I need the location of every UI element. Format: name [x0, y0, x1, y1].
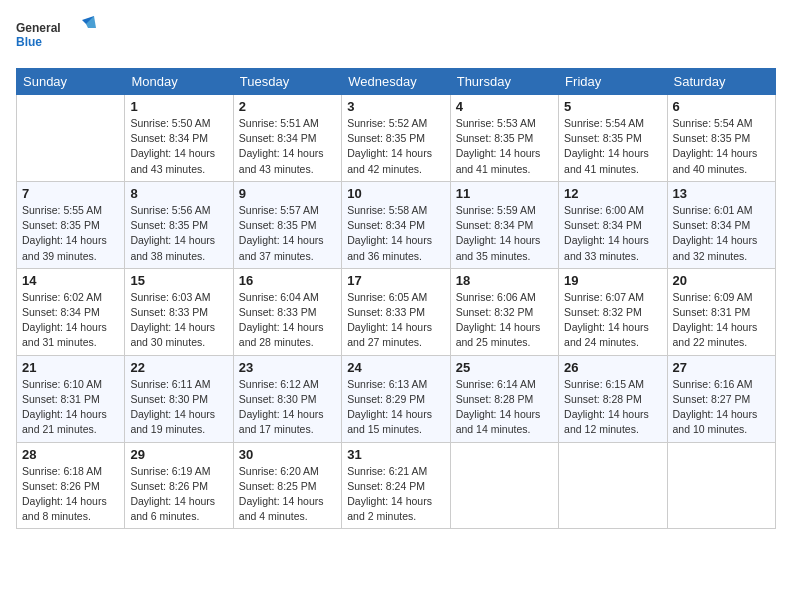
calendar-week-3: 14Sunrise: 6:02 AM Sunset: 8:34 PM Dayli… — [17, 268, 776, 355]
day-info: Sunrise: 5:58 AM Sunset: 8:34 PM Dayligh… — [347, 203, 444, 264]
calendar-cell: 20Sunrise: 6:09 AM Sunset: 8:31 PM Dayli… — [667, 268, 775, 355]
page-header: General Blue — [16, 16, 776, 56]
day-info: Sunrise: 5:55 AM Sunset: 8:35 PM Dayligh… — [22, 203, 119, 264]
day-number: 9 — [239, 186, 336, 201]
calendar-cell: 19Sunrise: 6:07 AM Sunset: 8:32 PM Dayli… — [559, 268, 667, 355]
logo-icon: General Blue — [16, 16, 96, 56]
day-number: 8 — [130, 186, 227, 201]
day-info: Sunrise: 5:54 AM Sunset: 8:35 PM Dayligh… — [673, 116, 770, 177]
day-number: 26 — [564, 360, 661, 375]
day-number: 31 — [347, 447, 444, 462]
calendar-week-2: 7Sunrise: 5:55 AM Sunset: 8:35 PM Daylig… — [17, 181, 776, 268]
calendar-cell: 31Sunrise: 6:21 AM Sunset: 8:24 PM Dayli… — [342, 442, 450, 529]
calendar-cell: 9Sunrise: 5:57 AM Sunset: 8:35 PM Daylig… — [233, 181, 341, 268]
calendar-cell: 12Sunrise: 6:00 AM Sunset: 8:34 PM Dayli… — [559, 181, 667, 268]
day-number: 13 — [673, 186, 770, 201]
day-info: Sunrise: 6:10 AM Sunset: 8:31 PM Dayligh… — [22, 377, 119, 438]
calendar-week-5: 28Sunrise: 6:18 AM Sunset: 8:26 PM Dayli… — [17, 442, 776, 529]
calendar-cell — [667, 442, 775, 529]
weekday-header-wednesday: Wednesday — [342, 69, 450, 95]
calendar-cell: 18Sunrise: 6:06 AM Sunset: 8:32 PM Dayli… — [450, 268, 558, 355]
day-number: 3 — [347, 99, 444, 114]
calendar-week-4: 21Sunrise: 6:10 AM Sunset: 8:31 PM Dayli… — [17, 355, 776, 442]
calendar-cell: 17Sunrise: 6:05 AM Sunset: 8:33 PM Dayli… — [342, 268, 450, 355]
day-number: 5 — [564, 99, 661, 114]
calendar-cell: 8Sunrise: 5:56 AM Sunset: 8:35 PM Daylig… — [125, 181, 233, 268]
calendar-cell: 25Sunrise: 6:14 AM Sunset: 8:28 PM Dayli… — [450, 355, 558, 442]
calendar-cell: 14Sunrise: 6:02 AM Sunset: 8:34 PM Dayli… — [17, 268, 125, 355]
logo: General Blue — [16, 16, 96, 56]
day-info: Sunrise: 6:19 AM Sunset: 8:26 PM Dayligh… — [130, 464, 227, 525]
day-number: 14 — [22, 273, 119, 288]
day-info: Sunrise: 6:20 AM Sunset: 8:25 PM Dayligh… — [239, 464, 336, 525]
calendar-cell: 30Sunrise: 6:20 AM Sunset: 8:25 PM Dayli… — [233, 442, 341, 529]
day-info: Sunrise: 6:07 AM Sunset: 8:32 PM Dayligh… — [564, 290, 661, 351]
day-info: Sunrise: 6:05 AM Sunset: 8:33 PM Dayligh… — [347, 290, 444, 351]
day-info: Sunrise: 5:54 AM Sunset: 8:35 PM Dayligh… — [564, 116, 661, 177]
day-info: Sunrise: 5:50 AM Sunset: 8:34 PM Dayligh… — [130, 116, 227, 177]
day-number: 22 — [130, 360, 227, 375]
day-info: Sunrise: 6:03 AM Sunset: 8:33 PM Dayligh… — [130, 290, 227, 351]
calendar-cell: 16Sunrise: 6:04 AM Sunset: 8:33 PM Dayli… — [233, 268, 341, 355]
day-number: 23 — [239, 360, 336, 375]
day-number: 20 — [673, 273, 770, 288]
day-info: Sunrise: 6:01 AM Sunset: 8:34 PM Dayligh… — [673, 203, 770, 264]
day-info: Sunrise: 6:09 AM Sunset: 8:31 PM Dayligh… — [673, 290, 770, 351]
calendar-cell: 2Sunrise: 5:51 AM Sunset: 8:34 PM Daylig… — [233, 95, 341, 182]
day-number: 17 — [347, 273, 444, 288]
day-number: 28 — [22, 447, 119, 462]
calendar-cell: 3Sunrise: 5:52 AM Sunset: 8:35 PM Daylig… — [342, 95, 450, 182]
day-number: 10 — [347, 186, 444, 201]
calendar-cell — [450, 442, 558, 529]
calendar-cell: 6Sunrise: 5:54 AM Sunset: 8:35 PM Daylig… — [667, 95, 775, 182]
day-info: Sunrise: 5:59 AM Sunset: 8:34 PM Dayligh… — [456, 203, 553, 264]
day-info: Sunrise: 5:56 AM Sunset: 8:35 PM Dayligh… — [130, 203, 227, 264]
day-number: 18 — [456, 273, 553, 288]
day-info: Sunrise: 6:00 AM Sunset: 8:34 PM Dayligh… — [564, 203, 661, 264]
day-info: Sunrise: 6:14 AM Sunset: 8:28 PM Dayligh… — [456, 377, 553, 438]
day-info: Sunrise: 6:16 AM Sunset: 8:27 PM Dayligh… — [673, 377, 770, 438]
day-number: 27 — [673, 360, 770, 375]
calendar-cell: 13Sunrise: 6:01 AM Sunset: 8:34 PM Dayli… — [667, 181, 775, 268]
weekday-header-thursday: Thursday — [450, 69, 558, 95]
day-info: Sunrise: 6:02 AM Sunset: 8:34 PM Dayligh… — [22, 290, 119, 351]
weekday-header-saturday: Saturday — [667, 69, 775, 95]
day-info: Sunrise: 5:57 AM Sunset: 8:35 PM Dayligh… — [239, 203, 336, 264]
weekday-header-friday: Friday — [559, 69, 667, 95]
day-number: 2 — [239, 99, 336, 114]
day-number: 12 — [564, 186, 661, 201]
day-info: Sunrise: 6:18 AM Sunset: 8:26 PM Dayligh… — [22, 464, 119, 525]
calendar-cell: 11Sunrise: 5:59 AM Sunset: 8:34 PM Dayli… — [450, 181, 558, 268]
day-number: 4 — [456, 99, 553, 114]
calendar-cell: 5Sunrise: 5:54 AM Sunset: 8:35 PM Daylig… — [559, 95, 667, 182]
calendar-cell — [559, 442, 667, 529]
day-number: 29 — [130, 447, 227, 462]
day-info: Sunrise: 5:52 AM Sunset: 8:35 PM Dayligh… — [347, 116, 444, 177]
day-number: 25 — [456, 360, 553, 375]
day-info: Sunrise: 6:12 AM Sunset: 8:30 PM Dayligh… — [239, 377, 336, 438]
calendar-table: SundayMondayTuesdayWednesdayThursdayFrid… — [16, 68, 776, 529]
day-number: 19 — [564, 273, 661, 288]
calendar-cell: 10Sunrise: 5:58 AM Sunset: 8:34 PM Dayli… — [342, 181, 450, 268]
calendar-cell: 15Sunrise: 6:03 AM Sunset: 8:33 PM Dayli… — [125, 268, 233, 355]
day-number: 6 — [673, 99, 770, 114]
svg-text:Blue: Blue — [16, 35, 42, 49]
day-number: 16 — [239, 273, 336, 288]
day-number: 1 — [130, 99, 227, 114]
weekday-header-row: SundayMondayTuesdayWednesdayThursdayFrid… — [17, 69, 776, 95]
calendar-cell: 29Sunrise: 6:19 AM Sunset: 8:26 PM Dayli… — [125, 442, 233, 529]
day-info: Sunrise: 6:11 AM Sunset: 8:30 PM Dayligh… — [130, 377, 227, 438]
calendar-cell: 24Sunrise: 6:13 AM Sunset: 8:29 PM Dayli… — [342, 355, 450, 442]
day-number: 21 — [22, 360, 119, 375]
day-info: Sunrise: 6:15 AM Sunset: 8:28 PM Dayligh… — [564, 377, 661, 438]
calendar-week-1: 1Sunrise: 5:50 AM Sunset: 8:34 PM Daylig… — [17, 95, 776, 182]
calendar-cell: 27Sunrise: 6:16 AM Sunset: 8:27 PM Dayli… — [667, 355, 775, 442]
day-number: 15 — [130, 273, 227, 288]
calendar-cell: 4Sunrise: 5:53 AM Sunset: 8:35 PM Daylig… — [450, 95, 558, 182]
calendar-cell: 1Sunrise: 5:50 AM Sunset: 8:34 PM Daylig… — [125, 95, 233, 182]
calendar-cell: 22Sunrise: 6:11 AM Sunset: 8:30 PM Dayli… — [125, 355, 233, 442]
day-number: 30 — [239, 447, 336, 462]
day-info: Sunrise: 6:06 AM Sunset: 8:32 PM Dayligh… — [456, 290, 553, 351]
weekday-header-tuesday: Tuesday — [233, 69, 341, 95]
day-number: 7 — [22, 186, 119, 201]
